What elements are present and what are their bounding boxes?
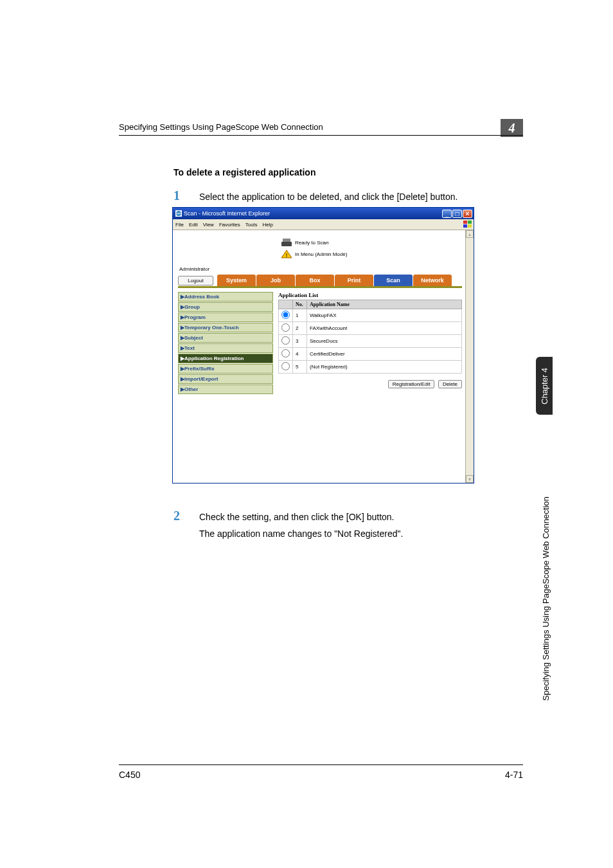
svg-rect-6 xyxy=(283,239,290,242)
header-divider xyxy=(119,135,523,136)
tab-box[interactable]: Box xyxy=(296,275,334,286)
svg-rect-1 xyxy=(463,221,467,224)
panel-title: Application List xyxy=(278,292,462,298)
svg-rect-2 xyxy=(468,221,472,224)
sidebar-item-temporary-one-touch[interactable]: ▶Temporary One-Touch xyxy=(178,323,273,332)
status-mode-text: In Menu (Admin Mode) xyxy=(295,251,347,257)
svg-rect-3 xyxy=(463,224,467,228)
close-button[interactable]: × xyxy=(463,210,472,218)
browser-window: Scan - Microsoft Internet Explorer _ □ ×… xyxy=(172,207,474,484)
app-radio[interactable] xyxy=(281,336,290,345)
tab-scan[interactable]: Scan xyxy=(374,275,413,286)
windows-flag-icon xyxy=(463,221,472,228)
sidebar-item-application-registration[interactable]: ▶Application Registration xyxy=(178,354,273,363)
app-name: CertifiedDeliver xyxy=(307,348,462,361)
app-radio[interactable] xyxy=(281,349,290,357)
app-no: 2 xyxy=(293,322,307,335)
ie-icon xyxy=(175,210,182,217)
step-number: 2 xyxy=(173,509,180,523)
table-row: 4 CertifiedDeliver xyxy=(279,348,462,361)
col-header-select xyxy=(279,300,293,309)
table-row: 1 WalkupFAX xyxy=(279,309,462,322)
app-name: SecureDocs xyxy=(307,335,462,348)
delete-button[interactable]: Delete xyxy=(438,380,462,388)
app-name: WalkupFAX xyxy=(307,309,462,322)
app-no: 5 xyxy=(293,361,307,374)
logout-button[interactable]: Logout xyxy=(178,276,213,285)
step-number: 1 xyxy=(173,188,180,203)
chapter-tab: Chapter 4 xyxy=(536,357,553,415)
breadcrumb: Specifying Settings Using PageScope Web … xyxy=(119,122,323,132)
app-no: 4 xyxy=(293,348,307,361)
sidebar-item-prefix-suffix[interactable]: ▶Prefix/Suffix xyxy=(178,364,273,374)
svg-rect-5 xyxy=(281,242,292,246)
menu-help[interactable]: Help xyxy=(262,222,272,228)
table-row: 5 (Not Registered) xyxy=(279,361,462,374)
table-row: 2 FAXwithAccount xyxy=(279,322,462,335)
registration-edit-button[interactable]: Registration/Edit xyxy=(388,380,435,388)
sidebar-item-text[interactable]: ▶Text xyxy=(178,343,273,353)
menu-tools[interactable]: Tools xyxy=(245,222,258,228)
app-no: 3 xyxy=(293,335,307,348)
app-radio[interactable] xyxy=(281,323,290,332)
minimize-button[interactable]: _ xyxy=(442,210,452,218)
application-table: No. Application Name 1 WalkupFAX 2 FAXwi… xyxy=(278,300,462,374)
col-header-no: No. xyxy=(293,300,307,309)
maximize-button[interactable]: □ xyxy=(452,210,462,218)
sidebar-item-address-book[interactable]: ▶Address Book xyxy=(178,292,273,302)
app-radio[interactable] xyxy=(281,311,290,319)
menu-edit[interactable]: Edit xyxy=(189,222,198,228)
sidebar-item-group[interactable]: ▶Group xyxy=(178,302,273,312)
footer-divider xyxy=(119,764,523,765)
app-name: (Not Registered) xyxy=(307,361,462,374)
menu-file[interactable]: File xyxy=(175,222,184,228)
menu-view[interactable]: View xyxy=(203,222,214,228)
menu-favorites[interactable]: Favorites xyxy=(219,222,240,228)
tab-print[interactable]: Print xyxy=(335,275,373,286)
app-no: 1 xyxy=(293,309,307,322)
window-titlebar: Scan - Microsoft Internet Explorer _ □ × xyxy=(173,208,474,219)
footer-page-number: 4-71 xyxy=(505,770,523,780)
table-row: 3 SecureDocs xyxy=(279,335,462,348)
sidebar-item-program[interactable]: ▶Program xyxy=(178,312,273,322)
step-result-text: The application name changes to "Not Reg… xyxy=(199,529,403,539)
status-ready-text: Ready to Scan xyxy=(295,240,328,246)
svg-text:!: ! xyxy=(286,252,288,258)
side-label: Specifying Settings Using PageScope Web … xyxy=(541,431,551,701)
warning-icon: ! xyxy=(281,249,292,258)
menubar: File Edit View Favorites Tools Help xyxy=(173,219,474,230)
step-text: Check the setting, and then click the [O… xyxy=(199,512,395,522)
col-header-name: Application Name xyxy=(307,300,462,309)
tab-divider xyxy=(178,286,462,288)
tab-job[interactable]: Job xyxy=(256,275,295,286)
sidebar: ▶Address Book ▶Group ▶Program ▶Temporary… xyxy=(178,292,273,395)
svg-rect-4 xyxy=(468,224,472,228)
section-number-badge: 4 xyxy=(501,119,523,137)
tab-system[interactable]: System xyxy=(217,275,256,286)
procedure-heading: To delete a registered application xyxy=(173,167,315,177)
sidebar-item-subject[interactable]: ▶Subject xyxy=(178,333,273,343)
admin-label: Administrator xyxy=(179,266,465,272)
scanner-icon xyxy=(281,238,292,247)
app-radio[interactable] xyxy=(281,362,290,370)
tab-network[interactable]: Network xyxy=(413,275,452,286)
window-title: Scan - Microsoft Internet Explorer xyxy=(184,210,270,217)
footer-model: C450 xyxy=(119,770,140,780)
sidebar-item-import-export[interactable]: ▶Import/Export xyxy=(178,374,273,384)
step-text: Select the application to be deleted, an… xyxy=(199,192,458,202)
app-name: FAXwithAccount xyxy=(307,322,462,335)
sidebar-item-other[interactable]: ▶Other xyxy=(178,384,273,394)
